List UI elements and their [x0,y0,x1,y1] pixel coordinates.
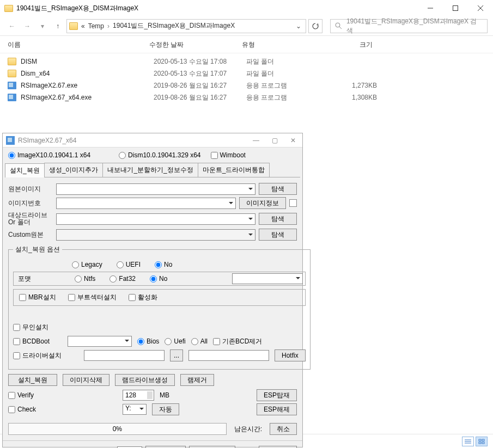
dialog-maximize-button[interactable]: ▢ [265,134,284,147]
exe-icon [8,94,16,101]
back-button[interactable]: ← [5,20,19,33]
remove-ramdisk-button[interactable]: 램제거 [180,374,214,386]
maximize-button[interactable] [443,0,468,16]
boot-no-radio[interactable]: No [155,261,172,268]
format-select[interactable] [232,273,303,284]
dialog-close-button[interactable]: ✕ [284,134,302,147]
drive-letter-select[interactable]: Y: [123,404,147,415]
fmt-ntfs-radio[interactable]: Ntfs [75,275,95,283]
install-options-group: 설치_복원 옵션 Legacy UEFI No 포맷 Ntfs Fat32 No [8,245,311,370]
svg-rect-1 [453,6,458,11]
tab-2[interactable]: 내보내기_분할하기_정보수정 [102,163,198,177]
header-date[interactable]: 수정한 날짜 [149,40,242,50]
file-row[interactable]: RSImageX2.67_x64.exe 2019-08-26 월요일 16:2… [8,91,485,103]
verify-check[interactable]: Verify [8,391,117,399]
driver-check[interactable]: 드라이버설치 [13,351,78,360]
imagex-radio[interactable]: ImageX10.0.19041.1 x64 [8,151,90,159]
file-row[interactable]: RSImageX2.67.exe 2019-08-26 월요일 16:27 응용… [8,79,485,91]
address-bar[interactable]: « Temp › 19041빌드_RSImageX용_DISM과ImageX ⌄ [66,19,306,33]
up-button[interactable]: ↑ [51,20,64,33]
custom-browse-button[interactable]: 탐색 [259,229,297,241]
folder-icon [8,58,16,65]
source-image-label: 원본이미지 [8,185,53,194]
custom-source-combo[interactable] [56,229,255,241]
cancel-button[interactable]: 취소 [270,423,297,435]
dialog-minimize-button[interactable]: — [247,134,265,147]
view-details-button[interactable] [462,437,474,446]
exe-icon [8,82,16,89]
driver-browse-button[interactable]: ... [170,349,183,361]
image-info-button[interactable]: 이미지정보 [239,197,286,209]
breadcrumb-leader: « [81,22,85,30]
column-headers[interactable]: 이름 수정한 날짜 유형 크기 [0,36,493,53]
boot-uefi-radio[interactable]: UEFI [117,261,141,268]
fmt-fat32-radio[interactable]: Fat32 [109,275,136,283]
format-label: 포맷 [16,274,65,284]
wimboot-check[interactable]: Wimboot [211,151,246,159]
bootsector-check[interactable]: 부트섹터설치 [68,293,117,302]
tab-1[interactable]: 생성_이미지추가 [44,163,104,177]
esp-unmount-button[interactable]: ESP해제 [257,403,297,415]
bcd-uefi-radio[interactable]: Uefi [165,337,185,345]
image-index-combo[interactable] [56,198,236,209]
tab-3[interactable]: 마운트_드라이버통합 [198,163,270,177]
source-browse-button[interactable]: 탐색 [259,183,297,195]
activate-check[interactable]: 활성화 [129,293,157,302]
target-drive-combo[interactable] [56,213,255,225]
file-row[interactable]: DISM 2020-05-13 수요일 17:08 파일 폴더 [8,56,485,67]
svg-rect-10 [482,439,484,441]
partition-button[interactable]: 파티션2.33 [189,446,235,448]
bcd-all-radio[interactable]: All [191,337,208,345]
view-icons-button[interactable] [476,437,488,446]
bcdboot-check[interactable]: BCDBoot [13,337,62,345]
exit-button[interactable]: 나가기 [259,446,297,448]
refresh-button[interactable] [308,19,322,33]
svg-rect-12 [482,442,484,444]
mb-spinner[interactable]: 128 [123,390,154,401]
driver-path-input[interactable] [84,350,165,361]
file-size: 1,308KB [322,94,377,101]
target-browse-button[interactable]: 탐색 [259,213,297,225]
image-info-check[interactable] [289,199,297,207]
boot-legacy-radio[interactable]: Legacy [72,261,102,268]
dism-radio[interactable]: Dism10.0.19041.329 x64 [119,151,200,159]
mbr-check[interactable]: MBR설치 [19,293,56,302]
install-button[interactable]: 설치_복원 [8,374,57,386]
address-dropdown[interactable]: ⌄ [294,22,303,30]
svg-rect-9 [479,439,481,441]
check-check[interactable]: Check [8,406,117,413]
fmt-no-radio[interactable]: No [150,275,167,283]
bcd-bios-radio[interactable]: Bios [137,337,159,345]
bcdboot-select[interactable] [68,336,132,347]
header-size[interactable]: 크기 [318,40,373,50]
tab-0[interactable]: 설치_복원 [5,163,45,177]
header-type[interactable]: 유형 [242,40,318,50]
close-button[interactable] [468,0,493,16]
panel: 원본이미지 탐색 이미지번호 이미지정보 대상드라이브 Or 폴더 탐색 Cus… [3,177,302,440]
navbar: ← → ▾ ↑ « Temp › 19041빌드_RSImageX용_DISM과… [0,16,493,36]
file-date: 2020-05-13 수요일 17:08 [154,57,246,66]
svg-line-5 [339,27,342,29]
file-type: 파일 폴더 [246,57,322,66]
header-name[interactable]: 이름 [8,40,149,50]
breadcrumb-a[interactable]: Temp [88,22,104,30]
refresh-button2[interactable]: 새로고침 [145,446,186,448]
hotfix-path-input[interactable] [188,350,269,361]
search-box[interactable]: 19041빌드_RSImageX용_DISM과ImageX 검색 [330,19,488,33]
recent-dropdown[interactable]: ▾ [36,20,49,33]
breadcrumb-b[interactable]: 19041빌드_RSImageX용_DISM과ImageX [113,21,235,30]
keepbcd-check[interactable]: 기존BCD제거 [213,337,262,346]
forward-button[interactable]: → [21,20,34,33]
create-ramdisk-button[interactable]: 램드라이브생성 [115,374,175,386]
folder-icon [4,5,13,12]
esp-mount-button[interactable]: ESP탑재 [257,389,297,401]
minimize-button[interactable] [418,0,443,16]
source-image-combo[interactable] [56,183,255,195]
unattend-check[interactable]: 무인설치 [13,323,48,332]
mb-unit-label: MB [160,391,169,399]
auto-button[interactable]: 자동 [152,403,179,415]
file-row[interactable]: Dism_x64 2020-05-13 수요일 17:07 파일 폴더 [8,67,485,79]
file-name: Dism_x64 [21,70,154,77]
delete-image-button[interactable]: 이미지삭제 [63,374,109,386]
hotfix-button[interactable]: Hotfix [275,349,306,361]
